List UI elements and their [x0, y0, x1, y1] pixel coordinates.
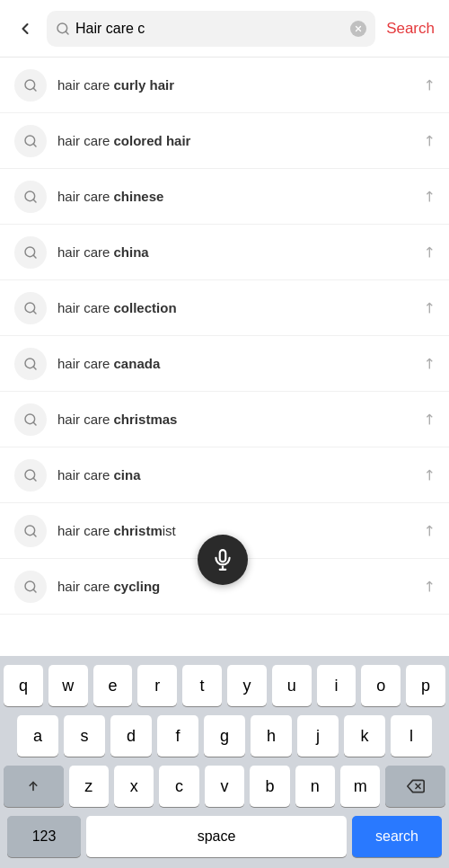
suggestions-list: hair care curly hair ↗ hair care colored…	[0, 58, 449, 615]
key-a[interactable]: a	[17, 715, 58, 757]
suggestion-search-icon-wrap	[14, 292, 47, 324]
key-s[interactable]: s	[64, 715, 105, 757]
suggestion-search-icon-wrap	[14, 403, 47, 436]
list-item[interactable]: hair care cina ↗	[0, 447, 449, 503]
keyboard-bottom-row: 123 space search	[4, 816, 445, 864]
key-b[interactable]: b	[250, 766, 289, 807]
key-n[interactable]: n	[295, 766, 335, 807]
search-icon	[23, 78, 38, 93]
shift-icon	[25, 778, 41, 794]
svg-line-5	[33, 88, 36, 91]
key-c[interactable]: c	[159, 766, 198, 807]
search-icon	[23, 357, 38, 371]
key-g[interactable]: g	[204, 715, 245, 757]
search-icon	[23, 134, 38, 148]
microphone-icon	[211, 548, 234, 571]
svg-line-17	[33, 422, 36, 425]
key-i[interactable]: i	[317, 665, 357, 706]
key-e[interactable]: e	[93, 665, 133, 706]
search-input[interactable]	[75, 21, 345, 37]
keyboard-row-1: q w e r t y u i o p	[4, 665, 445, 706]
suggestion-text: hair care china	[57, 244, 423, 260]
suggestion-search-icon-wrap	[14, 181, 47, 213]
search-icon	[23, 245, 38, 260]
list-item[interactable]: hair care chinese ↗	[0, 169, 449, 225]
key-h[interactable]: h	[251, 715, 292, 757]
search-icon	[56, 22, 70, 36]
list-item[interactable]: hair care curly hair ↗	[0, 58, 449, 113]
key-p[interactable]: p	[406, 665, 445, 706]
key-q[interactable]: q	[4, 665, 43, 706]
svg-line-1	[66, 31, 68, 34]
key-r[interactable]: r	[137, 665, 177, 706]
delete-key[interactable]	[385, 766, 445, 807]
key-o[interactable]: o	[361, 665, 401, 706]
microphone-button[interactable]	[198, 535, 248, 585]
suggestion-text: hair care curly hair	[57, 77, 423, 93]
shift-key[interactable]	[4, 766, 64, 807]
svg-line-15	[33, 367, 36, 369]
list-item[interactable]: hair care christmas ↗	[0, 392, 449, 447]
svg-line-23	[33, 589, 36, 592]
key-z[interactable]: z	[69, 766, 109, 807]
search-icon	[23, 580, 38, 594]
list-item[interactable]: hair care colored hair ↗	[0, 113, 449, 169]
suggestion-text: hair care collection	[57, 300, 423, 315]
delete-icon	[407, 777, 425, 795]
svg-line-7	[33, 144, 36, 146]
suggestion-text: hair care christmist	[57, 523, 423, 538]
svg-line-13	[33, 311, 36, 314]
suggestion-search-icon-wrap	[14, 236, 47, 269]
svg-line-9	[33, 199, 36, 202]
numbers-key[interactable]: 123	[7, 816, 81, 857]
key-u[interactable]: u	[272, 665, 312, 706]
back-button[interactable]	[11, 14, 40, 43]
suggestion-search-icon-wrap	[14, 459, 47, 492]
suggestion-text: hair care colored hair	[57, 133, 423, 148]
svg-line-11	[33, 255, 36, 258]
key-l[interactable]: l	[391, 715, 432, 757]
search-icon	[23, 468, 38, 483]
search-action-button[interactable]: Search	[383, 20, 438, 38]
keyboard-row-3: z x c v b n m	[4, 766, 445, 807]
search-icon	[23, 412, 38, 427]
search-bar	[47, 11, 375, 47]
suggestion-text: hair care canada	[57, 356, 423, 371]
key-w[interactable]: w	[48, 665, 88, 706]
key-d[interactable]: d	[110, 715, 152, 757]
search-icon	[23, 524, 38, 538]
svg-line-21	[33, 534, 36, 536]
search-icon	[23, 301, 38, 315]
search-icon	[23, 190, 38, 204]
suggestion-text: hair care chinese	[57, 189, 423, 204]
header: Search	[0, 0, 449, 58]
suggestion-search-icon-wrap	[14, 571, 47, 603]
suggestion-search-icon-wrap	[14, 348, 47, 380]
key-v[interactable]: v	[205, 766, 244, 807]
key-f[interactable]: f	[157, 715, 198, 757]
suggestion-search-icon-wrap	[14, 515, 47, 547]
suggestion-search-icon-wrap	[14, 69, 47, 102]
keyboard: q w e r t y u i o p a s d f g h j k l z …	[0, 656, 449, 868]
keyboard-row-2: a s d f g h j k l	[4, 715, 445, 757]
list-item[interactable]: hair care china ↗	[0, 225, 449, 280]
key-k[interactable]: k	[344, 715, 385, 757]
suggestion-text: hair care christmas	[57, 412, 423, 427]
clear-button[interactable]	[350, 21, 366, 37]
suggestion-text: hair care cycling	[57, 579, 423, 594]
key-x[interactable]: x	[114, 766, 154, 807]
svg-line-19	[33, 478, 36, 481]
key-m[interactable]: m	[340, 766, 380, 807]
key-t[interactable]: t	[182, 665, 222, 706]
key-j[interactable]: j	[297, 715, 339, 757]
list-item[interactable]: hair care canada ↗	[0, 336, 449, 392]
list-item[interactable]: hair care collection ↗	[0, 280, 449, 336]
suggestion-text: hair care cina	[57, 467, 423, 483]
svg-rect-24	[220, 550, 226, 562]
search-key[interactable]: search	[352, 816, 442, 857]
suggestion-search-icon-wrap	[14, 125, 47, 157]
key-y[interactable]: y	[227, 665, 267, 706]
space-key[interactable]: space	[86, 816, 347, 857]
